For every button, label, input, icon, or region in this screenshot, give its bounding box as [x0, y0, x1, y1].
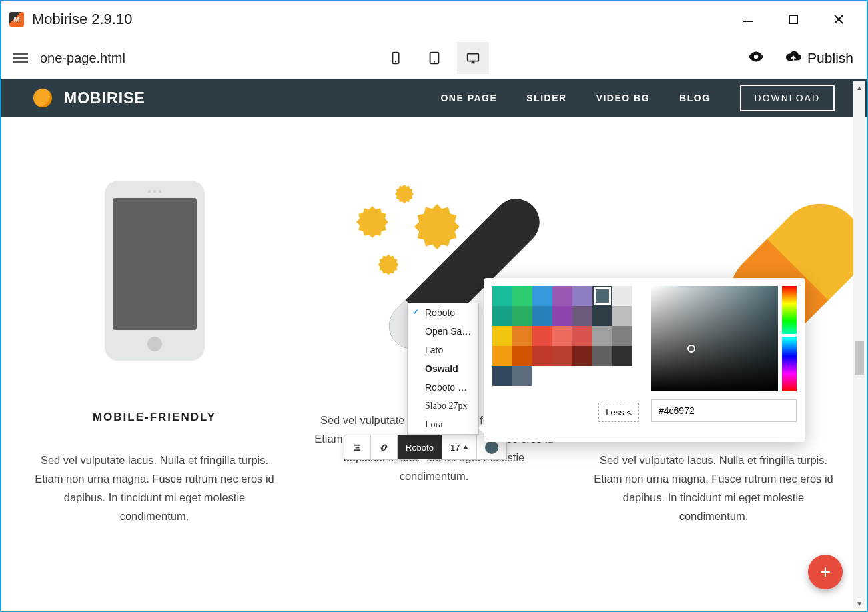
color-swatch[interactable] — [492, 366, 512, 386]
color-swatch[interactable] — [552, 326, 572, 346]
color-swatch[interactable] — [512, 306, 532, 326]
color-swatch[interactable] — [512, 366, 532, 386]
site-navbar[interactable]: MOBIRISE ONE PAGE SLIDER VIDEO BG BLOG D… — [1, 79, 867, 117]
nav-item-slider[interactable]: SLIDER — [526, 93, 566, 103]
font-option-lora[interactable]: Lora — [408, 415, 478, 434]
app-toolbar: one-page.html Publish — [1, 37, 867, 79]
nav-item-videobg[interactable]: VIDEO BG — [596, 93, 650, 103]
scroll-up-arrow[interactable]: ▲ — [853, 81, 865, 93]
color-swatch[interactable] — [552, 306, 572, 326]
page-filename[interactable]: one-page.html — [40, 51, 125, 66]
svg-rect-8 — [467, 54, 478, 61]
text-format-toolbar: Roboto 17 — [344, 435, 507, 460]
nav-item-blog[interactable]: BLOG — [679, 93, 710, 103]
device-desktop-button[interactable] — [457, 42, 489, 74]
color-swatch[interactable] — [572, 286, 592, 306]
svg-point-11 — [754, 55, 759, 59]
font-size-button[interactable]: 17 — [442, 435, 477, 459]
device-mobile-button[interactable] — [380, 42, 412, 74]
hue-slider[interactable] — [782, 286, 797, 391]
publish-button[interactable]: Publish — [785, 49, 853, 67]
font-dropdown: Roboto Open Sa… Lato Oswald Roboto C… Sl… — [407, 303, 479, 435]
font-option-oswald[interactable]: Oswald — [408, 359, 478, 378]
color-swatch[interactable] — [592, 346, 612, 366]
feature-title-1[interactable]: MOBILE-FRIENDLY — [28, 411, 281, 424]
color-swatch[interactable] — [572, 306, 592, 326]
vertical-scrollbar[interactable]: ▲ ▼ — [853, 81, 865, 609]
feature-col-1: MOBILE-FRIENDLY Sed vel vulputate lacus.… — [21, 177, 288, 525]
color-swatch[interactable] — [572, 346, 592, 366]
font-family-button[interactable]: Roboto — [398, 435, 442, 459]
scroll-thumb[interactable] — [855, 341, 864, 375]
color-swatch[interactable] — [612, 326, 632, 346]
color-swatch[interactable] — [592, 286, 612, 306]
color-swatch[interactable] — [592, 306, 612, 326]
font-option-opensans[interactable]: Open Sa… — [408, 322, 478, 341]
less-colors-button[interactable]: Less < — [598, 403, 639, 422]
font-option-slabo[interactable]: Slabo 27px — [408, 397, 478, 415]
color-swatch[interactable] — [492, 306, 512, 326]
window-title: Mobirise 2.9.10 — [32, 11, 741, 28]
publish-label: Publish — [807, 50, 853, 66]
color-swatch[interactable] — [592, 326, 612, 346]
color-swatch[interactable] — [492, 286, 512, 306]
color-swatch[interactable] — [552, 346, 572, 366]
add-block-fab[interactable]: + — [808, 555, 843, 589]
site-logo-icon — [33, 89, 52, 107]
color-swatch-grid — [492, 286, 639, 386]
color-swatch[interactable] — [612, 346, 632, 366]
color-swatch[interactable] — [512, 346, 532, 366]
color-swatch[interactable] — [492, 326, 512, 346]
window-close-button[interactable] — [832, 13, 845, 26]
color-swatch[interactable] — [572, 326, 592, 346]
device-tablet-button[interactable] — [418, 42, 450, 74]
color-swatch[interactable] — [552, 286, 572, 306]
font-option-robotoc[interactable]: Roboto C… — [408, 378, 478, 397]
color-swatch[interactable] — [532, 286, 552, 306]
window-minimize-button[interactable] — [741, 13, 755, 26]
font-option-roboto[interactable]: Roboto — [408, 303, 478, 322]
color-swatch[interactable] — [492, 346, 512, 366]
link-button[interactable] — [371, 435, 398, 459]
saturation-box[interactable] — [651, 286, 778, 391]
font-option-lato[interactable]: Lato — [408, 341, 478, 359]
color-swatch[interactable] — [532, 326, 552, 346]
menu-button[interactable] — [13, 53, 28, 63]
saturation-cursor[interactable] — [687, 345, 695, 353]
window-maximize-button[interactable] — [787, 13, 800, 26]
feature-text-3[interactable]: Sed vel vulputate lacus. Nulla et fringi… — [587, 451, 840, 525]
nav-download-button[interactable]: DOWNLOAD — [740, 85, 835, 111]
align-button[interactable] — [344, 435, 371, 459]
scroll-down-arrow[interactable]: ▼ — [853, 597, 865, 609]
color-swatch[interactable] — [512, 286, 532, 306]
window-titlebar: M Mobirise 2.9.10 — [1, 1, 867, 37]
color-swatch[interactable] — [532, 346, 552, 366]
color-swatch[interactable] — [612, 286, 632, 306]
feature-text-1[interactable]: Sed vel vulputate lacus. Nulla et fringi… — [28, 451, 281, 525]
nav-item-onepage[interactable]: ONE PAGE — [440, 93, 497, 103]
color-swatch[interactable] — [532, 306, 552, 326]
color-swatch[interactable] — [612, 306, 632, 326]
svg-rect-1 — [789, 15, 797, 23]
color-swatch[interactable] — [512, 326, 532, 346]
hue-cursor[interactable] — [781, 334, 798, 337]
site-brand[interactable]: MOBIRISE — [64, 89, 145, 107]
app-icon: M — [9, 12, 24, 27]
feature-image-phone — [28, 177, 281, 364]
preview-button[interactable] — [747, 48, 765, 68]
color-picker-panel: Less < — [484, 278, 805, 442]
hex-input[interactable] — [651, 399, 797, 422]
